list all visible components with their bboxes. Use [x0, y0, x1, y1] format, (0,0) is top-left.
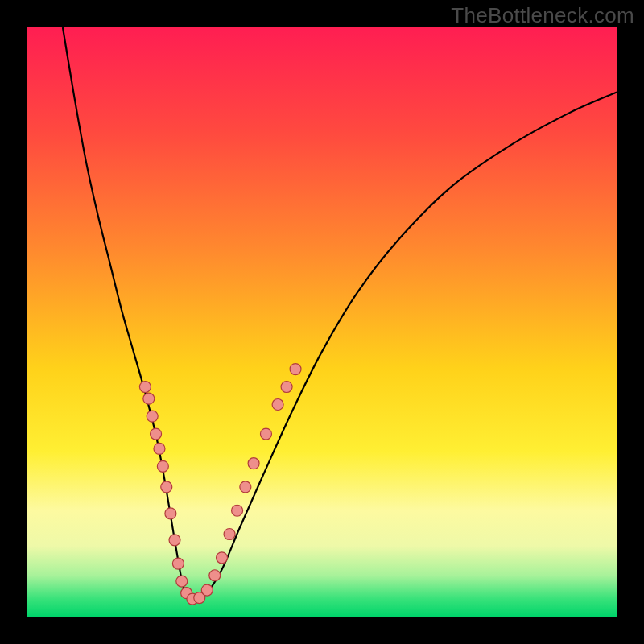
data-marker — [176, 576, 188, 587]
data-marker — [248, 458, 259, 469]
data-marker — [260, 428, 271, 440]
data-marker — [157, 460, 168, 472]
data-marker — [147, 411, 158, 422]
data-marker — [272, 398, 283, 410]
chart-svg — [27, 27, 617, 617]
data-marker — [281, 382, 292, 393]
watermark-text: TheBottleneck.com — [451, 3, 634, 28]
data-marker — [201, 584, 213, 596]
data-marker — [161, 481, 172, 493]
data-marker — [224, 529, 235, 540]
chart-plot-area — [27, 27, 617, 617]
data-marker — [232, 505, 243, 516]
data-marker — [172, 558, 184, 569]
bottleneck-curve — [63, 27, 617, 600]
data-marker — [209, 570, 221, 581]
data-marker — [169, 535, 180, 546]
data-marker — [143, 393, 155, 404]
data-marker — [290, 364, 301, 375]
data-marker — [217, 552, 228, 564]
data-marker — [151, 428, 162, 440]
series-markers — [139, 364, 301, 605]
data-marker — [139, 382, 151, 393]
data-marker — [165, 508, 176, 519]
chart-frame: TheBottleneck.com — [0, 0, 644, 644]
data-marker — [154, 443, 165, 454]
data-marker — [240, 481, 251, 493]
